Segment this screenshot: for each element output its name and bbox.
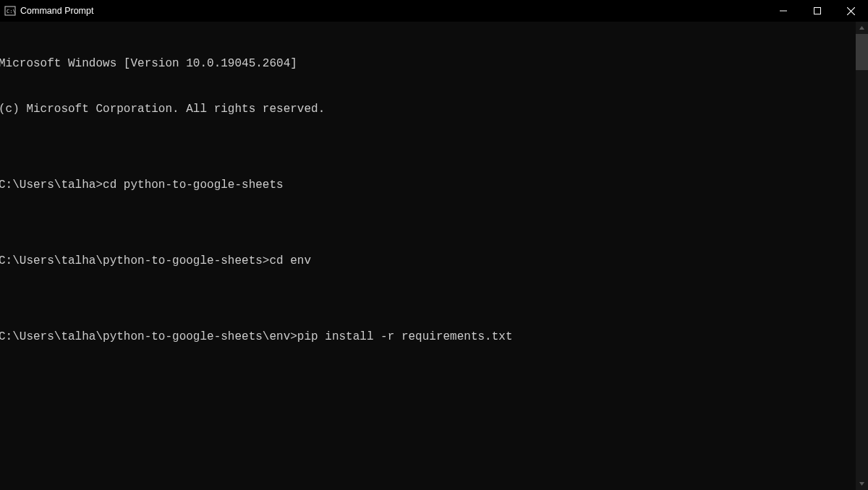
cmd-icon: C:\ (4, 5, 16, 17)
svg-text:C:\: C:\ (7, 9, 16, 14)
terminal-line: C:\Users\talha>cd python-to-google-sheet… (0, 178, 856, 193)
terminal-content[interactable]: Microsoft Windows [Version 10.0.19045.26… (0, 22, 856, 490)
terminal-line: (c) Microsoft Corporation. All rights re… (0, 102, 856, 117)
scroll-thumb[interactable] (856, 34, 868, 70)
svg-rect-3 (814, 8, 820, 14)
terminal-line: Microsoft Windows [Version 10.0.19045.26… (0, 56, 856, 72)
title-bar-left: C:\ Command Prompt (4, 5, 93, 17)
vertical-scrollbar[interactable] (856, 22, 868, 490)
window-title: Command Prompt (20, 6, 93, 16)
scroll-down-button[interactable] (856, 478, 868, 490)
scroll-up-button[interactable] (856, 22, 868, 34)
minimize-button[interactable] (766, 0, 800, 22)
window-controls (766, 0, 868, 22)
terminal-area: Microsoft Windows [Version 10.0.19045.26… (0, 22, 868, 490)
terminal-line: C:\Users\talha\python-to-google-sheets>c… (0, 254, 856, 269)
title-bar[interactable]: C:\ Command Prompt (0, 0, 868, 22)
maximize-button[interactable] (800, 0, 834, 22)
close-button[interactable] (834, 0, 868, 22)
terminal-line: C:\Users\talha\python-to-google-sheets\e… (0, 330, 856, 345)
